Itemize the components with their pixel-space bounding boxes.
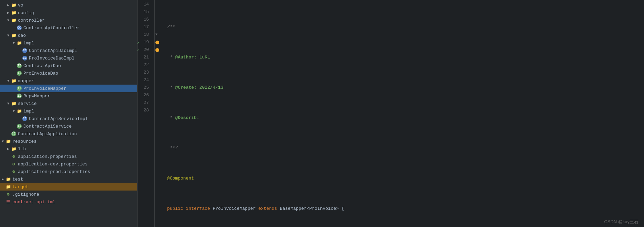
line-num-23: 23 (138, 69, 152, 76)
sidebar-item-label: controller (18, 18, 45, 23)
interface-icon: I (17, 123, 22, 129)
sidebar-item-application-prod-properties[interactable]: ⚙ application-prod.properties (0, 168, 137, 175)
sidebar-item-gitignore[interactable]: ⚙ .gitignore (0, 191, 137, 198)
file-tree[interactable]: vo config controller C ContractApiContro… (0, 0, 138, 227)
line-numbers: 14 15 16 17 18 19 ✔ 20 ✔ 21 22 23 24 25 … (138, 0, 155, 227)
folder-icon (17, 40, 22, 46)
line-num-17: 17 (138, 23, 152, 31)
sidebar-item-application-properties[interactable]: ⚙ application.properties (0, 153, 137, 160)
code-line-14: /** (167, 23, 644, 31)
arrow-icon (6, 146, 11, 152)
sidebar-item-label: RepwMapper (23, 94, 50, 99)
sidebar-item-label: ContractApiServiceImpl (29, 116, 88, 121)
sidebar-item-label: application-prod.properties (18, 169, 90, 174)
folder-icon (11, 146, 17, 152)
sidebar-item-controller[interactable]: controller (0, 17, 137, 24)
line-num-26: 26 (138, 91, 152, 99)
props-icon: ⚙ (11, 154, 17, 159)
interface-icon: I (17, 71, 22, 76)
sidebar-item-label: impl (23, 109, 34, 114)
spring-icon: C (11, 131, 17, 137)
arrow-icon (6, 2, 11, 8)
sidebar-item-label: ContractApiService (23, 124, 72, 129)
sidebar-item-contractapicontroller[interactable]: C ContractApiController (0, 24, 137, 32)
sidebar-item-test[interactable]: test (0, 175, 137, 183)
code-line-18: **/ (167, 144, 644, 152)
props-icon: ⚙ (11, 169, 17, 174)
line-num-19: 19 ✔ (138, 39, 152, 46)
sidebar-item-label: service (18, 101, 37, 106)
sidebar-item-contractapiservice[interactable]: I ContractApiService (0, 122, 137, 130)
arrow-icon (6, 101, 11, 106)
line-num-22: 22 (138, 61, 152, 69)
line-num-18: 18 (138, 31, 152, 39)
sidebar-item-contractapiapplication[interactable]: C ContractApiApplication (0, 130, 137, 138)
line-num-14: 14 (138, 1, 152, 8)
sidebar-item-contractapiserviceimpl[interactable]: C ContractApiServiceImpl (0, 115, 137, 122)
interface-icon: I (17, 86, 22, 91)
sidebar-item-contract-api-iml[interactable]: ☰ contract-api.iml (0, 198, 137, 206)
sidebar-item-mapper[interactable]: mapper (0, 77, 137, 85)
line-num-27: 27 (138, 99, 152, 107)
folder-icon (11, 10, 17, 15)
arrow-icon (0, 176, 6, 182)
sidebar-item-proinvoicedao[interactable]: I ProInvoiceDao (0, 69, 137, 77)
interface-icon: I (17, 63, 22, 68)
class-icon: C (22, 48, 28, 53)
sidebar-item-label: dao (18, 33, 26, 38)
sidebar-item-impl-dao[interactable]: impl (0, 39, 137, 47)
sidebar-item-config[interactable]: config (0, 9, 137, 17)
sidebar-item-label: ContractApiDao (23, 63, 61, 68)
sidebar-item-label: resources (12, 139, 36, 144)
sidebar-item-label: .gitignore (12, 192, 39, 197)
sidebar-item-label: config (18, 10, 34, 15)
code-line-16: * @Create: 2022/4/13 (167, 84, 644, 91)
folder-icon (11, 18, 17, 23)
line-num-24: 24 (138, 76, 152, 84)
folder-icon (6, 176, 11, 182)
sidebar-item-contractapidao[interactable]: I ContractApiDao (0, 62, 137, 69)
arrow-icon (6, 18, 11, 23)
line-num-16: 16 (138, 16, 152, 23)
line-num-28: 28 (138, 107, 152, 114)
sidebar-item-impl-service[interactable]: impl (0, 107, 137, 115)
folder-icon (11, 78, 17, 84)
sidebar-item-proinvoicemapper[interactable]: I ProInvoiceMapper (0, 85, 137, 92)
sidebar-item-lib[interactable]: lib (0, 145, 137, 153)
sidebar-item-proinvoicedaoimpl[interactable]: C ProInvoiceDaoImpl (0, 54, 137, 62)
sidebar-item-label: target (12, 184, 29, 190)
sidebar-item-label: mapper (18, 78, 34, 84)
class-icon: C (22, 55, 28, 61)
sidebar-item-label: ContractApiApplication (18, 131, 77, 137)
props-icon: ⚙ (11, 161, 17, 167)
sidebar-item-dao[interactable]: dao (0, 32, 137, 39)
arrow-icon (6, 78, 11, 84)
sidebar-item-label: application-dev.properties (18, 162, 88, 167)
folder-icon (11, 2, 17, 8)
sidebar-item-repwmapper[interactable]: I RepwMapper (0, 92, 137, 100)
code-line-17: * @Describ: (167, 114, 644, 122)
sidebar-item-service[interactable]: service (0, 100, 137, 107)
line-num-25: 25 (138, 84, 152, 91)
arrow-icon (6, 10, 11, 15)
arrow-icon (11, 40, 17, 46)
git-icon: ⚙ (6, 192, 11, 197)
sidebar-item-label: ContractApiController (23, 25, 80, 31)
code-line-15: * @Author: LuKL (167, 54, 644, 61)
folder-icon (6, 139, 11, 144)
sidebar-item-label: ProInvoiceDaoImpl (29, 56, 75, 61)
sidebar-item-resources[interactable]: resources (0, 138, 137, 145)
sidebar-item-label: vo (18, 3, 23, 8)
sidebar-item-target[interactable]: 📁 target (0, 183, 137, 191)
sidebar-item-contractapidaoimpl[interactable]: C ContractApiDaoImpl (0, 47, 137, 54)
code-line-20: public interface ProInvoiceMapper extend… (167, 205, 644, 213)
sidebar-item-label: ContractApiDaoImpl (29, 48, 77, 53)
arrow-icon (0, 139, 6, 144)
sidebar-item-label: ProInvoiceDao (23, 71, 58, 76)
interface-icon: I (17, 93, 22, 99)
iml-icon: ☰ (6, 199, 11, 205)
folder-icon (11, 33, 17, 38)
arrow-icon (11, 108, 17, 114)
sidebar-item-application-dev-properties[interactable]: ⚙ application-dev.properties (0, 160, 137, 168)
sidebar-item-vo[interactable]: vo (0, 1, 137, 9)
